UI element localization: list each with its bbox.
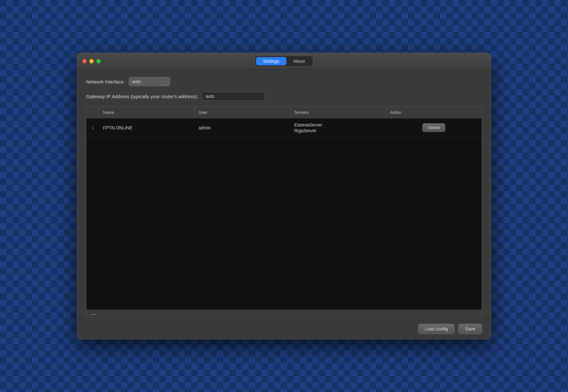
load-config-button[interactable]: Load config (418, 324, 455, 334)
add-row-button[interactable]: — (89, 311, 98, 317)
col-header-num (86, 107, 99, 118)
gateway-ip-input[interactable] (202, 92, 265, 101)
network-interface-row: Network Interface: auto ⌃⌄ (86, 77, 482, 86)
network-interface-select[interactable]: auto (129, 77, 170, 86)
cell-name: FPTN.ONLINE (99, 123, 195, 133)
tab-settings[interactable]: Settings (256, 57, 286, 65)
gateway-ip-label: Gateway IP Address (typically your route… (86, 94, 198, 99)
network-interface-label: Network Interface: (86, 79, 125, 84)
minimize-button[interactable] (89, 59, 94, 63)
content-area: Network Interface: auto ⌃⌄ Gateway IP Ad… (77, 69, 491, 318)
server-2: RigaServer (294, 128, 317, 133)
server-1: EstoniaServer (294, 122, 322, 127)
cell-action: Delete (386, 121, 482, 134)
col-header-servers: Servers (290, 107, 386, 118)
cell-user: admin (195, 123, 290, 133)
col-header-name: Name (99, 107, 195, 118)
maximize-button[interactable] (96, 59, 101, 63)
table-footer: — (86, 310, 482, 318)
cell-row-num: 1 (86, 123, 99, 133)
cell-servers: EstoniaServer RigaServer (290, 120, 386, 136)
save-button[interactable]: Save (458, 324, 482, 334)
title-bar: Settings About (77, 53, 491, 69)
col-header-user: User (195, 107, 290, 118)
app-window: Settings About Network Interface: auto ⌃… (77, 53, 491, 339)
col-header-action: Action (386, 107, 482, 118)
table-row: 1 FPTN.ONLINE admin EstoniaServer RigaSe… (86, 118, 482, 137)
close-button[interactable] (82, 59, 87, 63)
tab-group: Settings About (255, 56, 313, 67)
connections-table: Name User Servers Action 1 FPTN.ONLINE a… (86, 106, 482, 318)
gateway-ip-row: Gateway IP Address (typically your route… (86, 92, 482, 101)
traffic-lights (82, 59, 101, 63)
bottom-bar: Load config Save (77, 318, 491, 339)
tab-about[interactable]: About (286, 57, 312, 65)
delete-button[interactable]: Delete (422, 123, 445, 132)
table-header: Name User Servers Action (86, 107, 482, 118)
network-interface-select-wrapper: auto ⌃⌄ (129, 77, 170, 86)
table-body: 1 FPTN.ONLINE admin EstoniaServer RigaSe… (86, 118, 482, 310)
